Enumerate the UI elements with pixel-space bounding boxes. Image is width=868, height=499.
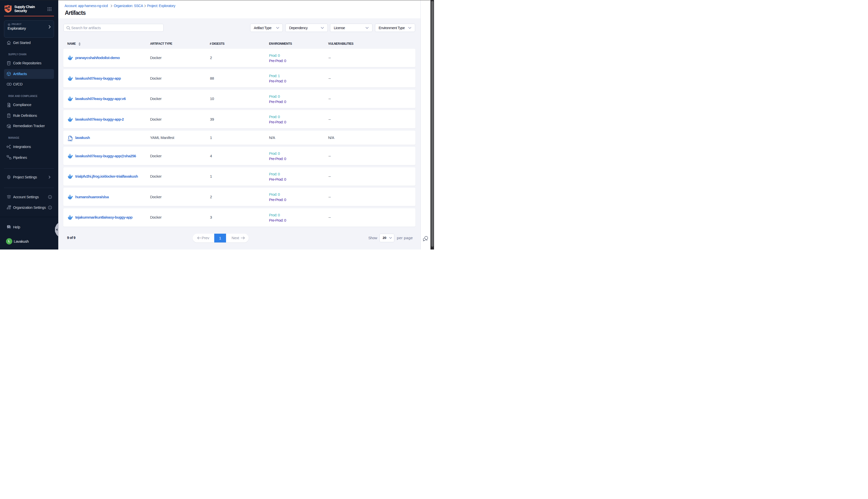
svg-text:?: ? bbox=[8, 226, 10, 228]
svg-text:YML: YML bbox=[67, 139, 72, 142]
